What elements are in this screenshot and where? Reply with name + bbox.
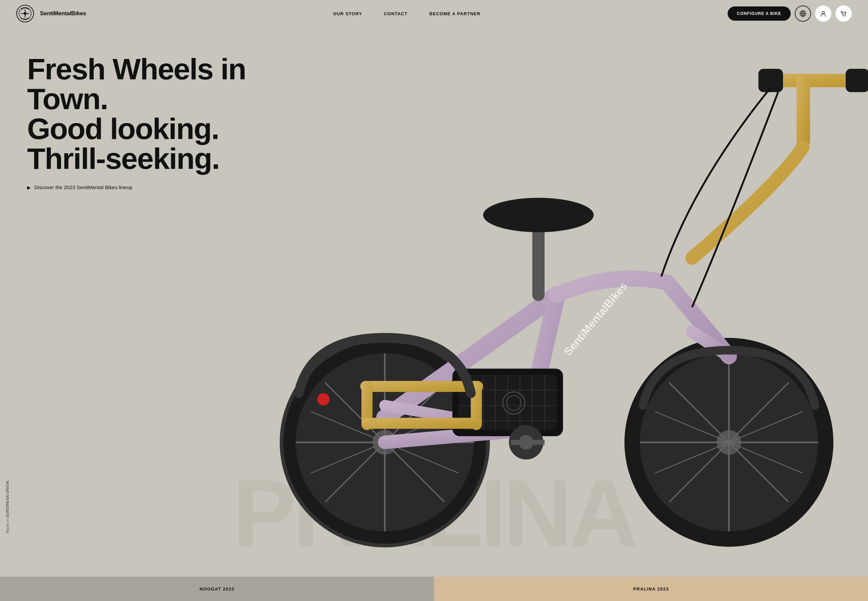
configure-bike-button[interactable]: CONFIGURE A BIKE: [728, 6, 791, 21]
hero-section: PRALINA: [0, 0, 868, 601]
nav-actions: CONFIGURE A BIKE: [728, 5, 852, 22]
user-icon: [820, 10, 827, 17]
tab-pralina-label: PRALINA 2023: [633, 586, 669, 592]
globe-icon: [799, 10, 806, 17]
svg-rect-35: [532, 221, 545, 301]
tab-pralina[interactable]: PRALINA 2023: [434, 577, 868, 601]
nav-link-become-partner[interactable]: BECOME A PARTNER: [429, 11, 481, 16]
nav-links: OUR STORY CONTACT BECOME A PARTNER: [333, 11, 481, 16]
tab-noogat[interactable]: NOOGAT 2023: [0, 577, 434, 601]
cart-icon: [840, 10, 847, 17]
side-label-bold: EUROPEAN UNION: [5, 480, 9, 518]
navigation: SentiMentalBikes OUR STORY CONTACT BECOM…: [0, 0, 868, 27]
svg-point-36: [483, 198, 594, 232]
nav-link-our-story[interactable]: OUR STORY: [333, 11, 362, 16]
bike-visual: SentiMentalBikes: [257, 0, 868, 553]
svg-point-11: [845, 15, 846, 16]
hero-content: Fresh Wheels in Town. Good looking. Thri…: [27, 54, 258, 190]
hero-heading-line2: Good looking.: [27, 112, 219, 145]
hero-cta[interactable]: ▶ Discover the 2023 SentiMental Bikes li…: [27, 185, 258, 190]
nav-link-contact[interactable]: CONTACT: [384, 11, 407, 16]
svg-rect-34: [846, 69, 868, 92]
hero-heading: Fresh Wheels in Town. Good looking. Thri…: [27, 54, 258, 174]
tab-noogat-label: NOOGAT 2023: [200, 586, 235, 592]
svg-point-4: [24, 12, 26, 15]
hero-cta-text: Discover the 2023 SentiMental Bikes line…: [34, 185, 132, 190]
globe-button[interactable]: [795, 5, 811, 22]
bottom-tabs: NOOGAT 2023 PRALINA 2023: [0, 577, 868, 601]
hero-cta-arrow-icon: ▶: [27, 185, 31, 190]
side-label: Made in EUROPEAN UNION: [5, 480, 9, 533]
svg-point-10: [842, 15, 844, 16]
svg-point-60: [317, 393, 329, 406]
svg-rect-32: [796, 73, 810, 147]
brand-logo[interactable]: [16, 5, 34, 22]
brand-name: SentiMentalBikes: [40, 10, 86, 17]
hero-heading-line1: Fresh Wheels in Town.: [27, 52, 246, 116]
nav-brand: SentiMentalBikes: [16, 5, 86, 22]
hero-heading-line3: Thrill-seeking.: [27, 142, 220, 175]
user-button[interactable]: [815, 5, 831, 22]
side-label-prefix: Made in: [5, 517, 9, 533]
svg-point-9: [822, 12, 824, 14]
cart-button[interactable]: [836, 5, 852, 22]
svg-rect-52: [362, 418, 482, 429]
